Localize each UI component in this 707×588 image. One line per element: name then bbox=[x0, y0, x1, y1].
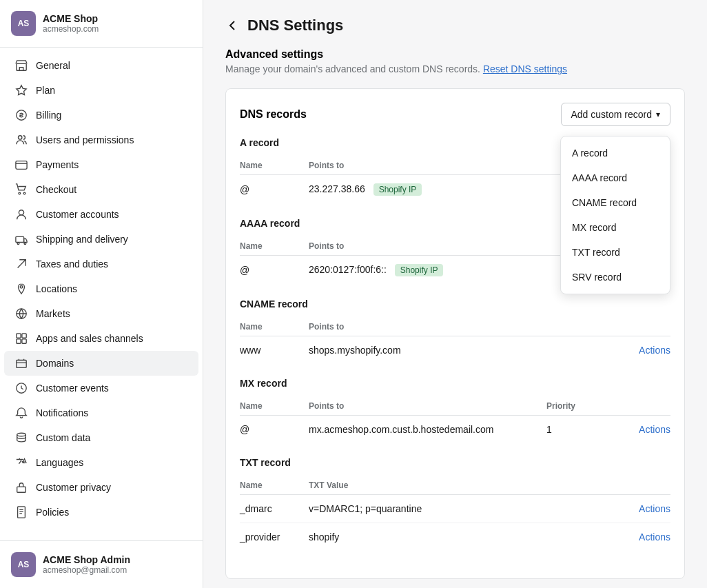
txt-row-dmarc-actions[interactable]: Actions bbox=[615, 495, 670, 523]
shopify-ip-badge: Shopify IP bbox=[373, 183, 422, 196]
dropdown-item-srv-record[interactable]: SRV record bbox=[561, 265, 670, 290]
plan-icon bbox=[15, 84, 28, 97]
svg-rect-3 bbox=[16, 161, 27, 170]
sidebar-item-customer-accounts[interactable]: Customer accounts bbox=[4, 202, 198, 227]
txt-col-value: TXT Value bbox=[309, 476, 615, 495]
sidebar-item-notifications[interactable]: Notifications bbox=[4, 401, 198, 425]
mx-record-table: Name Points to Priority @ mx.acmeshop.co… bbox=[240, 397, 670, 443]
txt-provider-actions-link[interactable]: Actions bbox=[639, 531, 670, 543]
svg-point-4 bbox=[19, 192, 21, 194]
sidebar-item-shipping[interactable]: Shipping and delivery bbox=[4, 227, 198, 252]
txt-row-dmarc-value: v=DMARC1; p=quarantine bbox=[309, 495, 615, 523]
svg-point-18 bbox=[17, 433, 26, 436]
sidebar-item-apps-label: Apps and sales channels bbox=[36, 333, 143, 344]
privacy-icon bbox=[15, 481, 28, 494]
mx-col-name: Name bbox=[240, 397, 309, 416]
svg-rect-13 bbox=[22, 334, 26, 338]
sidebar-item-plan[interactable]: Plan bbox=[4, 78, 198, 103]
txt-record-section: TXT record Name TXT Value _dmarc v=DMARC… bbox=[240, 457, 670, 551]
markets-icon bbox=[15, 307, 28, 320]
svg-rect-12 bbox=[17, 334, 21, 338]
aaaa-shopify-ip-badge: Shopify IP bbox=[395, 264, 444, 276]
dropdown-item-a-record[interactable]: A record bbox=[561, 141, 670, 165]
reset-dns-link[interactable]: Reset DNS settings bbox=[483, 63, 567, 74]
sidebar-item-billing[interactable]: Billing bbox=[4, 103, 198, 128]
table-row: www shops.myshopify.com Actions bbox=[240, 336, 670, 365]
cname-col-actions bbox=[615, 318, 670, 336]
mx-col-priority: Priority bbox=[546, 397, 615, 416]
dropdown-item-mx-record[interactable]: MX record bbox=[561, 215, 670, 240]
sidebar-item-customer-events-label: Customer events bbox=[36, 383, 109, 394]
cname-record-title: CNAME record bbox=[240, 298, 670, 310]
sidebar-item-general[interactable]: General bbox=[4, 53, 198, 78]
sidebar-item-domains-label: Domains bbox=[36, 358, 74, 369]
svg-rect-16 bbox=[17, 361, 26, 368]
sidebar-item-users[interactable]: Users and permissions bbox=[4, 128, 198, 152]
txt-row-provider-actions[interactable]: Actions bbox=[615, 523, 670, 551]
sidebar-item-custom-data[interactable]: Custom data bbox=[4, 425, 198, 450]
sidebar-item-locations-label: Locations bbox=[36, 283, 77, 294]
sidebar-item-general-label: General bbox=[36, 60, 70, 71]
back-button[interactable] bbox=[225, 19, 239, 32]
sidebar-item-taxes-label: Taxes and duties bbox=[36, 258, 108, 270]
mx-col-actions bbox=[615, 397, 670, 416]
sidebar-item-domains[interactable]: Domains bbox=[4, 351, 198, 376]
page-header: DNS Settings bbox=[225, 17, 685, 34]
sidebar-item-shipping-label: Shipping and delivery bbox=[36, 234, 128, 245]
domains-icon bbox=[15, 357, 28, 369]
mx-actions-link[interactable]: Actions bbox=[639, 424, 670, 435]
svg-rect-20 bbox=[18, 507, 25, 518]
shop-name: ACME Shop bbox=[43, 13, 99, 24]
txt-row-provider-value: shopify bbox=[309, 523, 615, 551]
shop-info: ACME Shop acmeshop.com bbox=[43, 13, 99, 34]
sidebar-item-customer-events[interactable]: Customer events bbox=[4, 376, 198, 401]
svg-point-2 bbox=[19, 136, 22, 139]
mx-record-title: MX record bbox=[240, 378, 670, 389]
shipping-icon bbox=[15, 233, 28, 245]
admin-name: ACME Shop Admin bbox=[43, 554, 130, 565]
dropdown-item-aaaa-record[interactable]: AAAA record bbox=[561, 165, 670, 190]
mx-row-points: mx.acmeshop.com.cust.b.hostedemail.com bbox=[309, 416, 546, 444]
sidebar-item-apps[interactable]: Apps and sales channels bbox=[4, 326, 198, 351]
sidebar-item-policies[interactable]: Policies bbox=[4, 500, 198, 525]
svg-point-10 bbox=[20, 286, 23, 289]
sidebar-nav: General Plan Billing Users and permissio… bbox=[0, 48, 203, 540]
sidebar-item-locations[interactable]: Locations bbox=[4, 276, 198, 301]
svg-rect-7 bbox=[16, 236, 24, 242]
dropdown-item-cname-record[interactable]: CNAME record bbox=[561, 190, 670, 215]
advanced-settings-title: Advanced settings bbox=[225, 48, 685, 61]
sidebar-item-taxes[interactable]: Taxes and duties bbox=[4, 252, 198, 276]
sidebar-item-payments[interactable]: Payments bbox=[4, 152, 198, 177]
policies-icon bbox=[15, 506, 28, 518]
add-custom-record-button[interactable]: Add custom record ▾ bbox=[561, 103, 671, 126]
cname-row-name: www bbox=[240, 336, 309, 365]
billing-icon bbox=[15, 109, 28, 121]
cname-actions-link[interactable]: Actions bbox=[639, 345, 670, 356]
dns-card: DNS records Add custom record ▾ A record… bbox=[225, 88, 685, 579]
sidebar-item-languages[interactable]: Languages bbox=[4, 450, 198, 475]
svg-rect-14 bbox=[17, 339, 21, 343]
cname-col-name: Name bbox=[240, 318, 309, 336]
mx-row-priority: 1 bbox=[546, 416, 615, 444]
sidebar-item-markets[interactable]: Markets bbox=[4, 301, 198, 326]
sidebar-item-customer-privacy[interactable]: Customer privacy bbox=[4, 475, 198, 500]
cname-row-actions[interactable]: Actions bbox=[615, 336, 670, 365]
dropdown-item-txt-record[interactable]: TXT record bbox=[561, 240, 670, 265]
sidebar-item-checkout[interactable]: Checkout bbox=[4, 177, 198, 202]
customer-accounts-icon bbox=[15, 208, 28, 221]
txt-row-dmarc-name: _dmarc bbox=[240, 495, 309, 523]
sidebar-footer: AS ACME Shop Admin acmeshop@gmail.com bbox=[0, 540, 203, 588]
sidebar-item-billing-label: Billing bbox=[36, 110, 61, 121]
table-row: _provider shopify Actions bbox=[240, 523, 670, 551]
taxes-icon bbox=[15, 258, 28, 270]
sidebar-item-checkout-label: Checkout bbox=[36, 184, 76, 195]
main-content: DNS Settings Advanced settings Manage yo… bbox=[203, 0, 707, 588]
txt-col-actions bbox=[615, 476, 670, 495]
checkout-icon bbox=[15, 183, 28, 196]
txt-dmarc-actions-link[interactable]: Actions bbox=[639, 503, 670, 514]
mx-row-actions[interactable]: Actions bbox=[615, 416, 670, 444]
table-row: _dmarc v=DMARC1; p=quarantine Actions bbox=[240, 495, 670, 523]
mx-row-name: @ bbox=[240, 416, 309, 444]
custom-data-icon bbox=[15, 432, 28, 444]
svg-rect-19 bbox=[17, 487, 26, 492]
